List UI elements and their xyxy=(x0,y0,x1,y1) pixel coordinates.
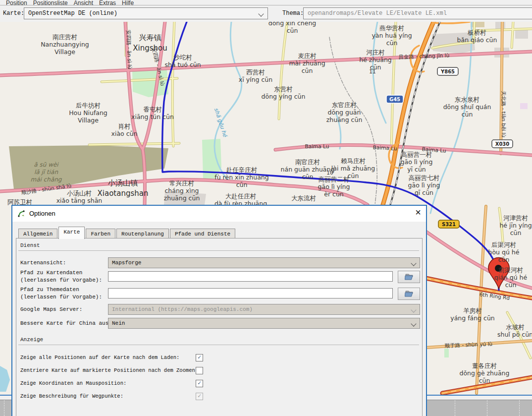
browse-kartendaten-button[interactable] xyxy=(398,271,420,283)
pfad-kartendaten-input[interactable] xyxy=(108,271,393,282)
map-label: 顺于路 - shùn yú lù xyxy=(444,341,492,348)
checkbox-label-3: Zeige Beschreibung für Wegpunkte: xyxy=(20,393,123,399)
kartenansicht-combo[interactable]: Mapsforge xyxy=(108,257,420,268)
browse-themedaten-button[interactable] xyxy=(398,288,420,300)
kartenansicht-value: Mapsforge xyxy=(112,260,141,266)
map-label: 小汤山村xiǎo tāng shān xyxy=(56,189,103,204)
tab-allgemein[interactable]: Allgemein xyxy=(18,229,57,238)
section-rule xyxy=(18,345,419,345)
section-title-dienst: Dienst xyxy=(20,242,40,248)
pfad-kartendaten-label: Pfad zu Kartendaten (leerlassen für Vorg… xyxy=(20,269,102,284)
map-label: 沙坨村shā tuó cūn xyxy=(164,54,201,68)
map-label: 麦庄村mài zhuāngcūn xyxy=(289,52,325,74)
tab-routenplanung[interactable]: Routenplanung xyxy=(116,229,169,238)
folder-open-icon xyxy=(405,273,414,280)
tab-farben[interactable]: Farben xyxy=(86,229,115,238)
dialog-tabs: AllgemeinKarteFarbenRoutenplanungPfade u… xyxy=(18,228,236,239)
routeconverter-app-icon xyxy=(17,210,25,218)
chevron-down-icon xyxy=(411,307,416,312)
map-label: Baima Lu xyxy=(372,144,397,152)
map-label: 后牛坊村Hou NiufangVillage xyxy=(69,102,107,124)
checkbox-label-1: Zentriere Karte auf markierte Positionen… xyxy=(20,367,198,373)
road-shield-G45: G45 xyxy=(386,95,403,103)
map-combo-label: Karte: xyxy=(3,10,24,17)
google-server-combo: International (https://maps.googleapis.c… xyxy=(108,304,420,315)
map-label: 香屯村xiāng tún cūn xyxy=(131,106,174,120)
map-label: 羊房村yáng fáng cūn xyxy=(450,307,495,322)
map-label: 东营村dōng yíng cūn xyxy=(262,85,306,100)
theme-field[interactable]: openandromaps/Elevate LE/Elevate LE.xml xyxy=(303,7,532,19)
profile-gridline xyxy=(455,400,455,416)
checkbox-1[interactable] xyxy=(196,367,203,374)
china-map-value: Nein xyxy=(112,320,125,326)
profile-gridline xyxy=(4,400,4,416)
map-label: dong xin chengcūn xyxy=(268,22,317,34)
china-map-label: Bessere Karte für China aus: xyxy=(20,320,112,327)
map-label: 大东流村 xyxy=(291,194,316,202)
map-label: 11 xyxy=(369,68,375,74)
chevron-down-icon xyxy=(411,260,416,266)
theme-combo-label: Thema: xyxy=(282,10,304,17)
checkbox-label-2: Zeige Koordinaten an Mausposition: xyxy=(20,380,126,386)
checkbox-0[interactable] xyxy=(196,354,203,361)
map-label: 西营村xī yíng cūn xyxy=(239,68,272,83)
map-label: 高丽营七村gāo lì yíngqī cūn xyxy=(408,174,440,196)
google-server-label: Google Maps Server: xyxy=(20,306,82,313)
map-label: 水坡村shuǐ pō cūn xyxy=(497,323,532,338)
menu-item-position[interactable]: Position xyxy=(6,0,27,5)
google-server-value: International (https://maps.googleapis.c… xyxy=(112,306,253,312)
road-shield-S321: S321 xyxy=(438,220,459,228)
window: { "menu": { "items": ["Position", "Posit… xyxy=(0,0,532,416)
map-label: shā gōu hé xyxy=(213,107,229,138)
road-shield-Y865: Y865 xyxy=(437,67,458,75)
dialog-title: Optionen xyxy=(29,210,55,217)
menu-item-extras[interactable]: Extras xyxy=(99,0,116,5)
menu-item-ansicht[interactable]: Ansicht xyxy=(74,0,93,5)
close-icon[interactable]: × xyxy=(415,207,421,218)
menu-item-positionsliste[interactable]: Positionsliste xyxy=(33,0,68,5)
svg-text:G45: G45 xyxy=(389,97,400,102)
map-label: 东水泉村dōng shuǐ quáncūn xyxy=(443,96,491,118)
map-label: 10 xyxy=(326,170,333,176)
section-rule xyxy=(18,250,419,251)
toolbar: Karte: OpenStreetMap DE (online) Thema: … xyxy=(0,5,532,22)
road-shield-X030: X030 xyxy=(492,140,513,148)
profile-gridline xyxy=(519,400,520,416)
kartenansicht-label: Kartenansicht: xyxy=(20,259,66,267)
checkbox-label-0: Zeige alle Positionen auf der Karte nach… xyxy=(20,355,179,360)
map-label: Baima Lu xyxy=(305,143,329,149)
tab-pfade-und-dienste[interactable]: Pfade und Dienste xyxy=(170,229,235,238)
pfad-themedaten-label: Pfad zu Themedaten (leerlassen für Vorga… xyxy=(20,286,102,301)
map-combo[interactable]: OpenStreetMap DE (online) xyxy=(24,7,268,19)
svg-text:S321: S321 xyxy=(442,222,456,227)
map-label: 高丽营一村gāo lì yíngyī cūn xyxy=(401,151,433,173)
map-label: 南庄营村NanzhuangyingVillage xyxy=(41,33,89,56)
checkbox-3 xyxy=(196,393,203,400)
profile-gridline xyxy=(487,400,487,416)
tab-karte[interactable]: Karte xyxy=(58,227,85,239)
china-map-combo[interactable]: Nein xyxy=(108,318,420,329)
map-label: 河津营村hé jīn yíngcūn xyxy=(499,214,532,237)
map-label: 昌金路 - chāng jīn lù xyxy=(398,52,449,60)
map-combo-value: OpenStreetMap DE (online) xyxy=(28,10,117,17)
map-label: ā sū wèilā jī tiánmái chǎng xyxy=(31,161,62,183)
checkbox-2[interactable] xyxy=(196,380,203,387)
svg-text:Y865: Y865 xyxy=(440,69,455,74)
svg-text:X030: X030 xyxy=(495,141,510,147)
map-label: 河庄村hé zhuāngcūn xyxy=(359,49,392,71)
section-title-anzeige: Anzeige xyxy=(20,337,43,343)
map-label: 燕华营村yàn huá yíngcūn xyxy=(372,24,412,47)
folder-open-icon xyxy=(405,290,414,297)
map-label: 常兴庄村cháng xìngzhuāng cūn xyxy=(164,179,200,202)
map-label: 东官庄村dōng guānzhuāng cūn xyxy=(326,101,363,123)
chevron-down-icon xyxy=(258,11,264,16)
chevron-down-icon xyxy=(411,321,416,326)
theme-field-value: openandromaps/Elevate LE/Elevate LE.xml xyxy=(308,10,447,17)
menu-bar: PositionPositionslisteAnsichtExtrasHilfe xyxy=(0,0,532,5)
tab-content-karte: Dienst Kartenansicht: Mapsforge Pfad zu … xyxy=(16,238,423,416)
dialog-title-bar[interactable]: Optionen × xyxy=(12,206,426,222)
menu-item-hilfe[interactable]: Hilfe xyxy=(122,0,134,5)
pfad-themedaten-input[interactable] xyxy=(108,288,393,298)
options-dialog: Optionen × AllgemeinKarteFarbenRoutenpla… xyxy=(11,205,427,416)
map-label: 天北路 - tiān běi lù xyxy=(501,91,507,137)
